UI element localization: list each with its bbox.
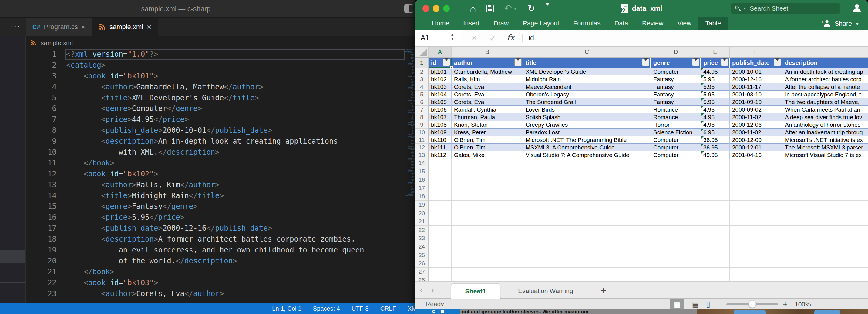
cell[interactable]: Microsoft .NET: The Programming Bible	[523, 136, 651, 144]
cell[interactable]: bk102	[429, 75, 452, 83]
breadcrumb[interactable]: sample.xml	[30, 37, 73, 49]
empty-cell[interactable]	[429, 176, 452, 184]
cell[interactable]: bk106	[429, 106, 452, 113]
empty-cell[interactable]	[651, 217, 701, 226]
tab-program-cs[interactable]: C# Program.cs ●	[26, 18, 92, 36]
cell[interactable]: A deep sea diver finds true lov	[782, 113, 868, 121]
filter-dropdown-icon[interactable]	[515, 59, 522, 66]
cell[interactable]: 6.95	[701, 128, 730, 136]
cell[interactable]: bk101	[429, 68, 452, 75]
row-header-14[interactable]: 14	[415, 159, 429, 167]
cell[interactable]: An in-depth look at creating ap	[782, 68, 868, 75]
zoom-slider[interactable]	[726, 304, 778, 305]
empty-cell[interactable]	[782, 159, 868, 167]
cell[interactable]: MSXML3: A Comprehensive Guide	[523, 144, 651, 151]
cell[interactable]: Horror	[651, 121, 701, 128]
row-header-9[interactable]: 9	[415, 121, 429, 128]
cell[interactable]: Gambardella, Matthew	[452, 68, 523, 75]
filter-dropdown-icon[interactable]	[443, 59, 450, 66]
cell[interactable]: Fantasy	[651, 91, 701, 98]
empty-cell[interactable]	[651, 259, 701, 268]
row-header-18[interactable]: 18	[415, 192, 429, 201]
empty-cell[interactable]	[523, 243, 651, 251]
empty-cell[interactable]	[452, 159, 523, 167]
empty-cell[interactable]	[782, 243, 868, 251]
empty-cell[interactable]	[429, 167, 452, 176]
zoom-traffic-light[interactable]	[443, 5, 450, 12]
empty-cell[interactable]	[429, 192, 452, 201]
cell[interactable]: Splish Splash	[523, 113, 651, 121]
cell[interactable]: Paradox Lost	[523, 128, 651, 136]
select-all-corner[interactable]	[415, 47, 429, 57]
row-header-25[interactable]: 25	[415, 251, 429, 259]
cell[interactable]: Computer	[651, 151, 701, 159]
empty-cell[interactable]	[452, 243, 523, 251]
empty-cell[interactable]	[701, 176, 730, 184]
empty-cell[interactable]	[651, 243, 701, 251]
cell[interactable]: 49.95	[701, 151, 730, 159]
empty-cell[interactable]	[701, 159, 730, 167]
empty-cell[interactable]	[651, 159, 701, 167]
cell[interactable]: Microsoft's .NET initiative is ex	[782, 136, 868, 144]
empty-cell[interactable]	[782, 201, 868, 209]
empty-cell[interactable]	[782, 226, 868, 234]
empty-cell[interactable]	[452, 268, 523, 276]
search-sheet-input[interactable]: ▼ Search Sheet	[731, 3, 840, 14]
cell[interactable]: The Sundered Grail	[523, 98, 651, 106]
empty-cell[interactable]	[523, 201, 651, 209]
empty-cell[interactable]	[452, 192, 523, 201]
page-layout-view-icon[interactable]: ▤	[688, 299, 703, 310]
column-header-C[interactable]: C	[523, 47, 651, 57]
row-header-13[interactable]: 13	[415, 151, 429, 159]
cell[interactable]: 2000-12-16	[730, 75, 782, 83]
cell[interactable]: Maeve Ascendant	[523, 83, 651, 91]
empty-cell[interactable]	[782, 251, 868, 259]
status-item[interactable]: Ln 1, Col 1	[272, 305, 302, 312]
empty-cell[interactable]	[452, 167, 523, 176]
cell[interactable]: Romance	[651, 106, 701, 113]
row-header-24[interactable]: 24	[415, 243, 429, 251]
sheet-tab-evaluation-warning[interactable]: Evaluation Warning	[506, 283, 585, 299]
empty-cell[interactable]	[429, 184, 452, 192]
header-cell-author[interactable]: author	[452, 58, 523, 68]
cell[interactable]: Kress, Peter	[452, 128, 523, 136]
row-header-12[interactable]: 12	[415, 144, 429, 151]
empty-cell[interactable]	[651, 226, 701, 234]
row-header-27[interactable]: 27	[415, 268, 429, 276]
empty-cell[interactable]	[523, 192, 651, 201]
empty-cell[interactable]	[730, 259, 782, 268]
cell[interactable]: Computer	[651, 144, 701, 151]
ribbon-tab-view[interactable]: View	[671, 17, 699, 30]
cell[interactable]: 36.95	[701, 136, 730, 144]
empty-cell[interactable]	[651, 251, 701, 259]
empty-cell[interactable]	[523, 234, 651, 243]
cell[interactable]: 4.95	[701, 113, 730, 121]
cell[interactable]: Microsoft Visual Studio 7 is ex	[782, 151, 868, 159]
empty-cell[interactable]	[782, 192, 868, 201]
cell[interactable]: 5.95	[701, 83, 730, 91]
ribbon-tab-data[interactable]: Data	[608, 17, 635, 30]
undo-button[interactable]: ↶ ▼	[504, 3, 518, 14]
home-icon[interactable]: ⌂	[470, 4, 476, 13]
empty-cell[interactable]	[523, 184, 651, 192]
cell[interactable]: bk108	[429, 121, 452, 128]
cell[interactable]: Corets, Eva	[452, 91, 523, 98]
empty-cell[interactable]	[730, 184, 782, 192]
cell[interactable]: O'Brien, Tim	[452, 136, 523, 144]
empty-cell[interactable]	[429, 209, 452, 218]
header-cell-price[interactable]: price	[701, 58, 730, 68]
row-header-22[interactable]: 22	[415, 226, 429, 234]
cell[interactable]: O'Brien, Tim	[452, 144, 523, 151]
minimap[interactable]: <?xml version="1.0"?> <catalog> <book id…	[405, 50, 415, 201]
cell[interactable]: Thurman, Paula	[452, 113, 523, 121]
cell[interactable]: 4.95	[701, 106, 730, 113]
row-header-23[interactable]: 23	[415, 234, 429, 243]
header-cell-title[interactable]: title	[523, 58, 651, 68]
empty-cell[interactable]	[429, 159, 452, 167]
ribbon-tab-table[interactable]: Table	[699, 17, 728, 30]
empty-cell[interactable]	[782, 268, 868, 276]
cell[interactable]: After an inadvertant trip throug	[782, 128, 868, 136]
column-header-D[interactable]: D	[651, 47, 701, 57]
cell[interactable]: 2000-11-02	[730, 128, 782, 136]
cell[interactable]: When Carla meets Paul at an	[782, 106, 868, 113]
